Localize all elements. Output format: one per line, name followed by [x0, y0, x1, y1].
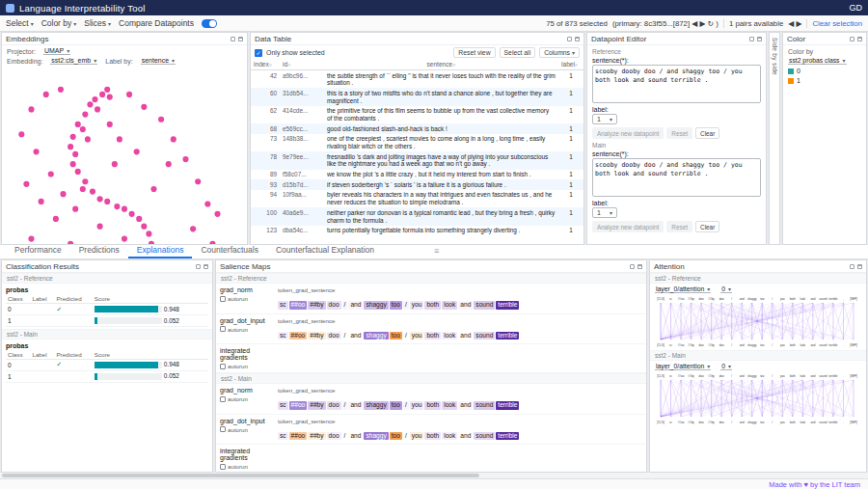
datapoint-dot[interactable] — [141, 224, 147, 230]
datapoint-dot[interactable] — [18, 131, 24, 137]
autorun-checkbox[interactable] — [220, 464, 226, 470]
attention-visualization[interactable]: [CLS][CLS]scsc##oo##oo##by##bydoodoo##by… — [653, 371, 861, 425]
label-by-select[interactable]: sentence — [141, 57, 176, 65]
salience-token[interactable]: look — [442, 401, 457, 410]
datapoint-dot[interactable] — [58, 87, 64, 93]
label-select[interactable]: 1 — [592, 114, 617, 124]
datapoint-dot[interactable] — [92, 96, 97, 102]
attention-layer-select[interactable]: layer_0/attention — [655, 285, 711, 293]
salience-token[interactable]: you — [410, 432, 424, 441]
attention-head-select[interactable]: 0 — [720, 363, 732, 370]
datapoint-dot[interactable] — [72, 206, 78, 212]
maximize-icon[interactable] — [850, 264, 854, 269]
table-row[interactable]: 93d15b7d...if steven soderbergh 's ` sol… — [251, 179, 583, 190]
datapoint-dot[interactable] — [104, 87, 110, 93]
tab-counterfactual-explanation[interactable]: Counterfactual Explanation — [267, 243, 383, 258]
datapoint-dot[interactable] — [214, 211, 220, 217]
autorun-checkbox[interactable] — [220, 426, 226, 432]
search-icon[interactable] — [287, 61, 290, 68]
horizontal-scrollbar[interactable] — [0, 473, 868, 478]
salience-token[interactable]: shaggy — [364, 432, 388, 441]
salience-token[interactable]: / — [403, 401, 409, 410]
datapoint-dot[interactable] — [99, 92, 105, 97]
salience-token[interactable]: ##by — [308, 432, 325, 441]
table-row[interactable]: 10040a6e9...neither parker nor donovan i… — [251, 207, 583, 225]
datapoint-dot[interactable] — [70, 134, 76, 140]
salience-token[interactable]: / — [403, 432, 409, 441]
datapoint-dot[interactable] — [122, 236, 127, 242]
salience-token[interactable]: terrible — [496, 401, 519, 410]
slices-menu[interactable]: Slices — [84, 18, 111, 28]
popout-icon[interactable] — [637, 264, 642, 269]
maximize-icon[interactable] — [850, 37, 854, 41]
salience-token[interactable]: sc — [278, 401, 288, 410]
datapoint-dot[interactable] — [82, 178, 88, 184]
datapoint-dot[interactable] — [82, 112, 88, 118]
tab-counterfactuals[interactable]: Counterfactuals — [192, 243, 267, 258]
embedding-scatter[interactable] — [2, 65, 247, 245]
user-avatar[interactable]: GD — [850, 3, 863, 13]
table-row[interactable]: 68e569cc...good old-fashioned slash-and-… — [251, 123, 583, 134]
datapoint-dot[interactable] — [95, 106, 100, 112]
table-row[interactable]: 62414cde...the primitive force of this f… — [251, 106, 583, 123]
datapoint-dot[interactable] — [166, 161, 172, 167]
sentence-input[interactable]: scooby dooby doo / and shaggy too / you … — [592, 65, 761, 103]
datapoint-dot[interactable] — [28, 106, 34, 112]
datapoint-dot[interactable] — [28, 236, 34, 242]
salience-token[interactable]: doo — [327, 432, 341, 441]
tab-performance[interactable]: Performance — [6, 243, 70, 258]
datapoint-dot[interactable] — [117, 136, 122, 142]
salience-token[interactable]: sc — [278, 301, 288, 310]
maximize-icon[interactable] — [630, 264, 635, 269]
datapoint-dot[interactable] — [129, 211, 135, 217]
datapoint-dot[interactable] — [134, 149, 140, 154]
search-icon[interactable] — [269, 61, 272, 68]
popout-icon[interactable] — [857, 37, 862, 41]
datapoint-dot[interactable] — [112, 161, 118, 167]
salience-token[interactable]: doo — [327, 332, 341, 340]
popout-icon[interactable] — [857, 264, 862, 269]
clear-button[interactable]: Clear — [695, 221, 719, 232]
embedding-select[interactable]: sst2:cls_emb — [50, 57, 97, 65]
datapoint-dot[interactable] — [72, 151, 78, 157]
tab-predictions[interactable]: Predictions — [70, 243, 128, 258]
autorun-checkbox[interactable] — [220, 296, 226, 302]
salience-token[interactable]: look — [442, 301, 457, 310]
scrollbar-thumb[interactable] — [2, 474, 479, 477]
datapoint-dot[interactable] — [75, 169, 81, 175]
salience-token[interactable]: too — [390, 301, 402, 310]
salience-token[interactable]: and — [458, 401, 473, 410]
datapoint-dot[interactable] — [107, 122, 113, 127]
datapoint-dot[interactable] — [39, 199, 44, 204]
maximize-icon[interactable] — [749, 37, 754, 41]
clear-selection-button[interactable]: Clear selection — [812, 19, 862, 28]
datapoint-dot[interactable] — [126, 92, 132, 97]
datapoint-dot[interactable] — [43, 92, 49, 97]
datapoint-dot[interactable] — [70, 161, 76, 167]
salience-token[interactable]: / — [342, 301, 348, 310]
datapoint-dot[interactable] — [90, 188, 95, 194]
datapoint-dot[interactable] — [195, 178, 201, 184]
salience-token[interactable]: ##oo — [289, 401, 308, 410]
salience-token[interactable]: ##oo — [289, 332, 308, 340]
datapoint-dot[interactable] — [150, 186, 156, 192]
popout-icon[interactable] — [203, 264, 208, 269]
maximize-icon[interactable] — [231, 37, 235, 41]
salience-token[interactable]: terrible — [496, 332, 519, 340]
column-header-id[interactable]: id — [280, 60, 324, 70]
autorun-checkbox[interactable] — [220, 396, 226, 402]
datapoint-dot[interactable] — [80, 186, 86, 192]
reset-view-button[interactable]: Reset view — [453, 47, 495, 58]
salience-token[interactable]: sound — [474, 301, 495, 310]
salience-token[interactable]: ##by — [308, 401, 325, 410]
datapoint-dot[interactable] — [53, 216, 59, 222]
datapoint-dot[interactable] — [75, 122, 81, 127]
embedding-plot[interactable] — [2, 65, 247, 245]
salience-token[interactable]: and — [458, 301, 473, 310]
search-icon[interactable] — [452, 61, 455, 68]
salience-token[interactable]: sound — [474, 401, 495, 410]
table-row[interactable]: 73148b38...one of the creepiest , scarie… — [251, 134, 583, 151]
salience-token[interactable]: doo — [327, 301, 341, 310]
datapoint-dot[interactable] — [80, 126, 86, 132]
color-by-menu[interactable]: Color by — [41, 18, 77, 28]
